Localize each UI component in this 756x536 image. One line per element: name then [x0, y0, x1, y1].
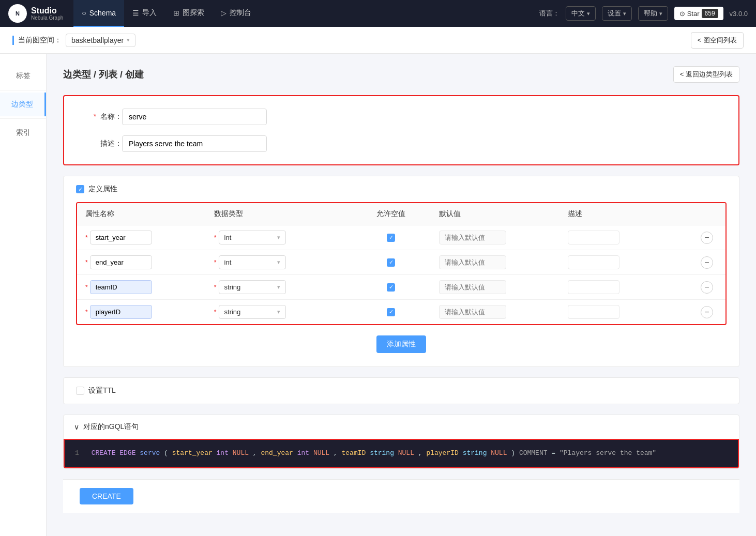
- row4-type-cell: * string ▾: [214, 305, 343, 319]
- chevron-down-icon: ▾: [587, 10, 590, 17]
- row3-action-cell: −: [697, 281, 717, 294]
- row2-desc-cell: [568, 255, 697, 269]
- chevron-down-icon: ∨: [74, 423, 79, 431]
- help-btn[interactable]: 帮助 ▾: [638, 6, 668, 21]
- github-icon: ⊙: [679, 10, 685, 18]
- keyword-edge: EDGE: [119, 449, 135, 457]
- nullable-checkbox[interactable]: [387, 283, 395, 292]
- sidebar: 标签 边类型 索引: [0, 54, 47, 536]
- nullable-checkbox[interactable]: [387, 234, 395, 242]
- row2-type-cell: * int ▾: [214, 255, 343, 269]
- add-property-button[interactable]: 添加属性: [376, 335, 426, 353]
- nav-import[interactable]: ☰ 导入: [124, 0, 165, 27]
- ngql-header[interactable]: ∨ 对应的nGQL语句: [64, 415, 739, 439]
- lang-selector[interactable]: 中文 ▾: [566, 6, 596, 21]
- logo-area: N Studio Nebula Graph: [8, 4, 63, 23]
- star-button[interactable]: ⊙ Star 659: [674, 7, 723, 20]
- keyword-null: NULL: [313, 449, 329, 457]
- nav-schema[interactable]: ○ Schema: [73, 0, 124, 27]
- keyword-null: NULL: [233, 449, 249, 457]
- keyword-int: int: [297, 449, 309, 457]
- nav-right: 语言： 中文 ▾ 设置 ▾ 帮助 ▾ ⊙ Star 659 v3.0.0: [539, 6, 748, 21]
- desc-input[interactable]: [568, 255, 619, 269]
- row4-action-cell: −: [697, 306, 717, 318]
- top-nav: N Studio Nebula Graph ○ Schema ☰ 导入 ⊞ 图探…: [0, 0, 756, 27]
- nullable-checkbox[interactable]: [387, 308, 395, 316]
- row3-default-cell: [439, 280, 568, 294]
- nav-explore[interactable]: ⊞ 图探索: [165, 0, 213, 27]
- row1-type-cell: * int ▾: [214, 231, 343, 244]
- sidebar-item-edge[interactable]: 边类型: [0, 93, 46, 116]
- table-row: * * string ▾: [77, 275, 725, 300]
- desc-input[interactable]: [568, 305, 619, 319]
- prop-name-input[interactable]: [90, 280, 152, 294]
- default-input[interactable]: [439, 231, 506, 244]
- col-header-type: 数据类型: [214, 209, 343, 219]
- type-select[interactable]: string ▾: [219, 280, 286, 294]
- keyword-null: NULL: [398, 449, 414, 457]
- row1-desc-cell: [568, 231, 697, 244]
- default-input[interactable]: [439, 280, 506, 294]
- row3-type-cell: * string ▾: [214, 280, 343, 294]
- table-header: 属性名称 数据类型 允许空值 默认值 描述: [77, 203, 725, 225]
- keyword-string: string: [370, 449, 394, 457]
- field-start-year: start_year: [172, 449, 213, 457]
- name-row: * 名称：: [81, 109, 722, 125]
- remove-button[interactable]: −: [701, 281, 713, 294]
- lang-label: 语言：: [539, 9, 560, 18]
- table-row: * * int ▾: [77, 225, 725, 250]
- row4-desc-cell: [568, 305, 697, 319]
- row4-null-cell: [343, 308, 440, 316]
- back-button[interactable]: < 返回边类型列表: [673, 66, 739, 83]
- desc-input[interactable]: [568, 280, 619, 294]
- sidebar-item-tag[interactable]: 标签: [0, 64, 46, 88]
- space-list-button[interactable]: < 图空间列表: [691, 32, 744, 49]
- row1-null-cell: [343, 234, 440, 242]
- keyword-comment: COMMENT: [519, 449, 548, 457]
- row2-action-cell: −: [697, 256, 717, 269]
- prop-name-input[interactable]: [90, 305, 152, 319]
- chevron-down-icon: ▾: [659, 10, 662, 17]
- chevron-down-icon: ▾: [277, 309, 280, 315]
- type-select[interactable]: int ▾: [219, 255, 286, 269]
- sidebar-item-index[interactable]: 索引: [0, 121, 46, 145]
- app-subtitle: Nebula Graph: [31, 15, 63, 21]
- remove-button[interactable]: −: [701, 306, 713, 318]
- space-selector[interactable]: basketballplayer ▾: [66, 34, 135, 47]
- remove-button[interactable]: −: [701, 232, 713, 244]
- row2-name-cell: *: [85, 255, 214, 269]
- keyword-string: string: [463, 449, 487, 457]
- props-table: 属性名称 数据类型 允许空值 默认值 描述 * *: [76, 202, 727, 325]
- prop-name-input[interactable]: [90, 255, 152, 269]
- page-title: 边类型 / 列表 / 创建: [63, 68, 144, 81]
- default-input[interactable]: [439, 305, 506, 319]
- settings-btn[interactable]: 设置 ▾: [602, 6, 632, 21]
- chevron-down-icon: ▾: [277, 284, 280, 290]
- name-form-section: * 名称： 描述：: [63, 95, 739, 165]
- desc-input[interactable]: [568, 231, 619, 244]
- name-label: * 名称：: [81, 112, 122, 121]
- desc-input[interactable]: [122, 135, 267, 152]
- ngql-label: 对应的nGQL语句: [83, 422, 139, 432]
- default-input[interactable]: [439, 255, 506, 269]
- col-header-name: 属性名称: [85, 209, 214, 219]
- ttl-checkbox[interactable]: [76, 387, 84, 395]
- console-icon: ▷: [221, 9, 226, 17]
- col-header-default: 默认值: [439, 209, 568, 219]
- nav-console[interactable]: ▷ 控制台: [213, 0, 260, 27]
- type-select[interactable]: string ▾: [219, 305, 286, 319]
- type-select[interactable]: int ▾: [219, 231, 286, 244]
- name-input[interactable]: [122, 109, 267, 125]
- nullable-checkbox[interactable]: [387, 258, 395, 267]
- create-button[interactable]: CREATE: [80, 488, 133, 504]
- star-count: 659: [702, 9, 718, 18]
- ttl-section: 设置TTL: [63, 377, 739, 404]
- app-title: Studio: [31, 6, 63, 16]
- remove-button[interactable]: −: [701, 256, 713, 269]
- props-checkbox[interactable]: [76, 185, 84, 193]
- keyword-null: NULL: [491, 449, 507, 457]
- ttl-label: 设置TTL: [88, 386, 116, 395]
- logo-icon: N: [8, 4, 27, 23]
- row1-name-cell: *: [85, 231, 214, 244]
- prop-name-input[interactable]: [90, 231, 152, 244]
